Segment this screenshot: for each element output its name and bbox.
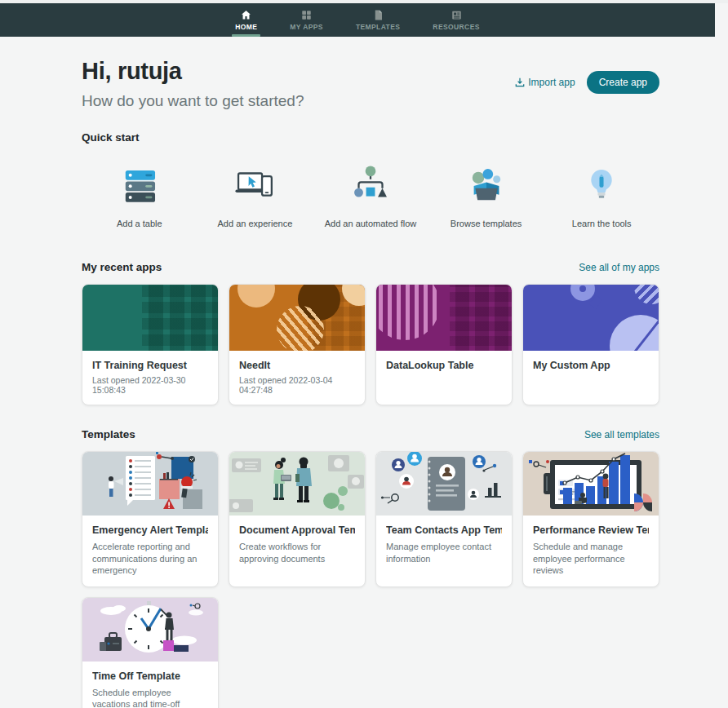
tab-home-label: HOME [235, 23, 257, 31]
template-card-title: Emergency Alert Template [92, 524, 208, 536]
quick-start-browse-templates-label: Browse templates [451, 219, 522, 228]
news-icon [451, 9, 463, 21]
quick-start-section: Quick start Add a table [82, 131, 659, 228]
page-subtitle: How do you want to get started? [82, 92, 304, 110]
lightbulb-icon [578, 162, 625, 209]
active-tab-underline [232, 34, 260, 37]
template-card-performance-review[interactable]: Performance Review Tem... Schedule and m… [522, 451, 659, 587]
emergency-alert-thumbnail [82, 452, 218, 516]
my-custom-app-thumbnail [523, 285, 659, 351]
quick-start-browse-templates[interactable]: Browse templates [428, 162, 544, 228]
app-card-my-custom-app[interactable]: My Custom App [522, 284, 659, 405]
template-card-title: Team Contacts App Templ... [386, 524, 502, 536]
template-card-title: Performance Review Tem... [533, 524, 649, 536]
import-app-label: Import app [528, 77, 575, 88]
tab-home[interactable]: HOME [230, 3, 262, 37]
quick-start-add-flow-label: Add an automated flow [325, 219, 417, 228]
quick-start-add-experience[interactable]: Add an experience [198, 162, 313, 228]
document-icon [372, 9, 384, 21]
team-contacts-thumbnail [376, 452, 512, 516]
tab-my-apps-label: MY APPS [290, 23, 323, 31]
app-card-needit[interactable]: NeedIt Last opened 2022-03-04 04:27:48 [229, 284, 366, 405]
app-card-last-opened: Last opened 2022-03-04 04:27:48 [239, 375, 355, 395]
quick-start-add-table[interactable]: Add a table [82, 162, 198, 228]
it-training-request-thumbnail [82, 285, 218, 351]
app-card-datalookup-table[interactable]: DataLookup Table [375, 284, 513, 405]
tab-resources-label: RESOURCES [433, 23, 479, 31]
app-card-last-opened: Last opened 2022-03-30 15:08:43 [92, 375, 208, 395]
main-content: Hi, rutuja How do you want to get starte… [0, 37, 728, 708]
open-box-icon [463, 162, 510, 209]
devices-icon [231, 162, 278, 209]
tab-my-apps[interactable]: MY APPS [285, 3, 328, 37]
tab-resources[interactable]: RESOURCES [428, 3, 484, 37]
quick-start-add-table-label: Add a table [117, 219, 162, 228]
template-card-time-off[interactable]: Time Off Template Schedule employee vaca… [82, 597, 219, 708]
grid-icon [300, 9, 313, 21]
page-header: Hi, rutuja How do you want to get starte… [82, 58, 659, 110]
template-card-description: Accelerate reporting and communications … [92, 541, 208, 577]
template-card-emergency-alert[interactable]: Emergency Alert Template Accelerate repo… [82, 451, 219, 587]
tab-templates[interactable]: TEMPLATES [351, 3, 405, 37]
template-card-description: Create workflows for approving documents [239, 541, 355, 564]
see-all-apps-link[interactable]: See all of my apps [579, 262, 659, 273]
quick-start-add-experience-label: Add an experience [218, 219, 293, 228]
time-off-thumbnail [82, 598, 218, 662]
tab-templates-label: TEMPLATES [356, 23, 400, 31]
quick-start-learn-tools[interactable]: Learn the tools [544, 162, 659, 228]
see-all-templates-link[interactable]: See all templates [584, 429, 659, 440]
recent-apps-section: My recent apps See all of my apps IT Tra… [82, 261, 659, 405]
templates-title: Templates [82, 428, 135, 440]
page-title: Hi, rutuja [82, 58, 304, 85]
template-card-title: Document Approval Temp... [239, 524, 355, 536]
app-card-title: My Custom App [533, 360, 649, 371]
top-nav: HOME MY APPS TEMPLATES RESOURCES [0, 3, 715, 37]
flow-icon [347, 162, 394, 209]
create-app-button[interactable]: Create app [587, 71, 659, 94]
template-card-description: Schedule employee vacations and time-off [92, 687, 208, 708]
template-card-description: Schedule and manage employee performance… [533, 541, 649, 577]
document-approval-thumbnail [229, 452, 365, 516]
template-card-team-contacts[interactable]: Team Contacts App Templ... Manage employ… [375, 451, 513, 587]
app-card-title: DataLookup Table [386, 360, 502, 371]
template-card-document-approval[interactable]: Document Approval Temp... Create workflo… [229, 451, 366, 587]
recent-apps-title: My recent apps [82, 261, 162, 273]
table-icon [116, 162, 163, 209]
download-icon [515, 77, 525, 87]
template-card-title: Time Off Template [92, 670, 208, 682]
quick-start-learn-tools-label: Learn the tools [572, 219, 632, 228]
template-card-description: Manage employee contact information [386, 541, 502, 564]
performance-review-thumbnail [523, 452, 659, 516]
datalookup-table-thumbnail [376, 285, 512, 351]
needit-thumbnail [229, 285, 365, 351]
app-card-it-training-request[interactable]: IT Training Request Last opened 2022-03-… [82, 284, 219, 405]
app-card-title: NeedIt [239, 360, 355, 371]
templates-section: Templates See all templates [82, 428, 659, 708]
quick-start-add-flow[interactable]: Add an automated flow [313, 162, 428, 228]
quick-start-title: Quick start [82, 131, 659, 144]
import-app-link[interactable]: Import app [515, 77, 575, 88]
app-card-title: IT Training Request [92, 360, 208, 371]
home-icon [240, 9, 252, 21]
